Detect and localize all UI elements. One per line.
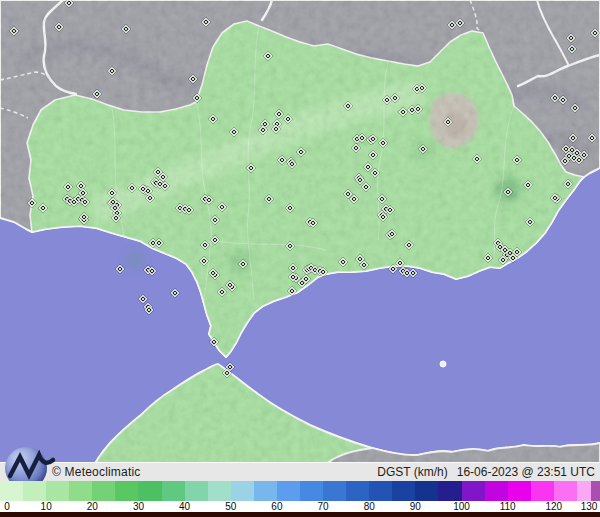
tick-label: 40 — [179, 501, 190, 512]
tick-label: 10 — [41, 501, 52, 512]
attribution-label: © Meteoclimatic — [52, 465, 141, 479]
tick-label: 0 — [4, 501, 10, 512]
layer-label: DGST (km/h) — [377, 465, 447, 479]
timestamp-label: 16-06-2023 @ 23:51 UTC — [457, 465, 595, 479]
tick-label: 130 — [581, 501, 598, 512]
status-bar: © Meteoclimatic DGST (km/h) 16-06-2023 @… — [0, 462, 600, 481]
tick-label: 100 — [453, 501, 470, 512]
tick-label: 90 — [410, 501, 421, 512]
layer-meta: DGST (km/h) 16-06-2023 @ 23:51 UTC — [377, 465, 595, 479]
tick-label: 80 — [364, 501, 375, 512]
tick-label: 20 — [87, 501, 98, 512]
tick-label: 50 — [225, 501, 236, 512]
bottom-edge-strip — [0, 512, 600, 517]
tick-label: 60 — [271, 501, 282, 512]
tick-label: 70 — [318, 501, 329, 512]
tick-label: 120 — [546, 501, 563, 512]
map-canvas — [0, 0, 600, 481]
weather-map-screen: © Meteoclimatic DGST (km/h) 16-06-2023 @… — [0, 0, 600, 517]
scale-tick-labels: 0102030405060708090100110120130 — [0, 501, 600, 512]
tick-label: 110 — [500, 501, 516, 512]
color-scale-bar — [0, 481, 600, 501]
tick-label: 30 — [133, 501, 144, 512]
alboran-island — [440, 361, 446, 367]
